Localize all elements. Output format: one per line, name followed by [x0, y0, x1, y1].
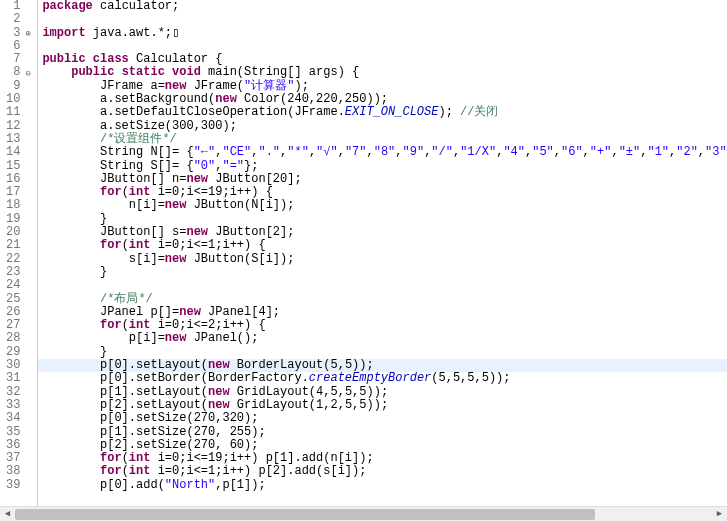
token [42, 159, 100, 173]
code-line[interactable]: for(int i=0;i<=1;i++) p[2].add(s[i]); [42, 465, 727, 478]
token: "8" [374, 145, 396, 159]
line-number: 21 [6, 239, 20, 252]
token [42, 358, 100, 372]
token: int [129, 185, 151, 199]
token: package [42, 0, 92, 13]
line-number: 38 [6, 465, 20, 478]
token: JButton[20]; [208, 172, 302, 186]
code-line[interactable]: for(int i=0;i<=19;i++) p[1].add(n[i]); [42, 452, 727, 465]
horizontal-scrollbar[interactable]: ◀ ▶ [0, 506, 727, 521]
token: for [100, 318, 122, 332]
line-number: 32 [6, 386, 20, 399]
line-number: 13 [6, 133, 20, 146]
code-line[interactable]: JFrame a=new JFrame("计算器"); [42, 80, 727, 93]
token [42, 198, 128, 212]
token: "4" [503, 145, 525, 159]
token: new [215, 92, 237, 106]
code-line[interactable]: p[0].setLayout(new BorderLayout(5,5)); [38, 359, 727, 372]
code-area[interactable]: package calculator;import java.awt.*;▯pu… [38, 0, 727, 521]
code-line[interactable] [42, 40, 727, 53]
token: String S[]= { [100, 159, 194, 173]
token [42, 145, 100, 159]
scroll-right-arrow[interactable]: ▶ [712, 507, 727, 521]
code-line[interactable]: package calculator; [42, 0, 727, 13]
token: "/" [431, 145, 453, 159]
code-line[interactable]: p[1].setSize(270, 255); [42, 426, 727, 439]
code-line[interactable]: for(int i=0;i<=1;i++) { [42, 239, 727, 252]
line-number: 30 [6, 359, 20, 372]
token [42, 438, 100, 452]
token: new [165, 331, 187, 345]
code-line[interactable]: String N[]= {"←","CE",".","*","√","7","8… [42, 146, 727, 159]
code-line[interactable]: s[i]=new JButton(S[i]); [42, 253, 727, 266]
token: "3" [705, 145, 727, 159]
token: new [165, 198, 187, 212]
line-number: 3 [6, 27, 20, 40]
token: i=0;i<=1;i++) { [150, 238, 265, 252]
code-line[interactable]: for(int i=0;i<=19;i++) { [42, 186, 727, 199]
code-line[interactable]: JButton[] n=new JButton[20]; [42, 173, 727, 186]
code-line[interactable]: p[0].add("North",p[1]); [42, 479, 727, 492]
token: "*" [287, 145, 309, 159]
token [42, 398, 100, 412]
token: p[0].setLayout( [100, 358, 208, 372]
fold-expand-icon[interactable]: ⊕ [25, 28, 30, 41]
token: new [208, 398, 230, 412]
line-number: 11 [6, 106, 20, 119]
code-line[interactable]: p[0].setBorder(BorderFactory.createEmpty… [42, 372, 727, 385]
token: int [129, 464, 151, 478]
token: s[i]= [129, 252, 165, 266]
token: int [129, 318, 151, 332]
line-number: 8 [6, 66, 20, 79]
token: JPanel[4]; [201, 305, 280, 319]
token: /*设置组件*/ [100, 132, 177, 146]
code-line[interactable]: public static void main(String[] args) { [42, 66, 727, 79]
token: Color(240,220,250)); [237, 92, 388, 106]
code-line[interactable]: p[0].setSize(270,320); [42, 412, 727, 425]
code-line[interactable]: public class Calculator { [42, 53, 727, 66]
code-line[interactable]: p[1].setLayout(new GridLayout(4,5,5,5)); [42, 386, 727, 399]
token: "North" [165, 478, 215, 492]
code-line[interactable]: } [42, 346, 727, 359]
token: JButton[] n= [100, 172, 186, 186]
token [42, 371, 100, 385]
code-line[interactable]: a.setSize(300,300); [42, 120, 727, 133]
line-number: 10 [6, 93, 20, 106]
token: , [554, 145, 561, 159]
line-number: 15 [6, 160, 20, 173]
token [42, 212, 100, 226]
token [42, 464, 100, 478]
code-line[interactable]: for(int i=0;i<=2;i++) { [42, 319, 727, 332]
code-line[interactable]: String S[]= {"0","="}; [42, 160, 727, 173]
token: GridLayout(4,5,5,5)); [230, 385, 388, 399]
code-line[interactable]: import java.awt.*;▯ [42, 27, 727, 40]
token: int [129, 238, 151, 252]
code-line[interactable]: a.setDefaultCloseOperation(JFrame.EXIT_O… [42, 106, 727, 119]
token: n[i]= [129, 198, 165, 212]
token: GridLayout(1,2,5,5)); [230, 398, 388, 412]
line-number: 34 [6, 412, 20, 425]
code-line[interactable]: p[2].setLayout(new GridLayout(1,2,5,5)); [42, 399, 727, 412]
token: new [208, 358, 230, 372]
code-line[interactable]: } [42, 266, 727, 279]
code-line[interactable]: p[i]=new JPanel(); [42, 332, 727, 345]
line-number: 22 [6, 253, 20, 266]
line-number: 27 [6, 319, 20, 332]
code-line[interactable]: JPanel p[]=new JPanel[4]; [42, 306, 727, 319]
line-number: 17 [6, 186, 20, 199]
token [42, 331, 128, 345]
code-line[interactable]: /*设置组件*/ [42, 133, 727, 146]
token: p[0].setSize(270,320); [100, 411, 258, 425]
code-line[interactable] [42, 13, 727, 26]
code-line[interactable]: p[2].setSize(270, 60); [42, 439, 727, 452]
fold-collapse-icon[interactable]: ⊖ [25, 68, 30, 81]
line-number: 28 [6, 332, 20, 345]
code-line[interactable] [42, 279, 727, 292]
code-line[interactable]: /*布局*/ [42, 293, 727, 306]
code-line[interactable]: } [42, 213, 727, 226]
code-line[interactable]: n[i]=new JButton(N[i]); [42, 199, 727, 212]
code-line[interactable]: JButton[] s=new JButton[2]; [42, 226, 727, 239]
scroll-left-arrow[interactable]: ◀ [0, 507, 15, 521]
scroll-thumb[interactable] [15, 509, 595, 520]
token: for [100, 185, 122, 199]
